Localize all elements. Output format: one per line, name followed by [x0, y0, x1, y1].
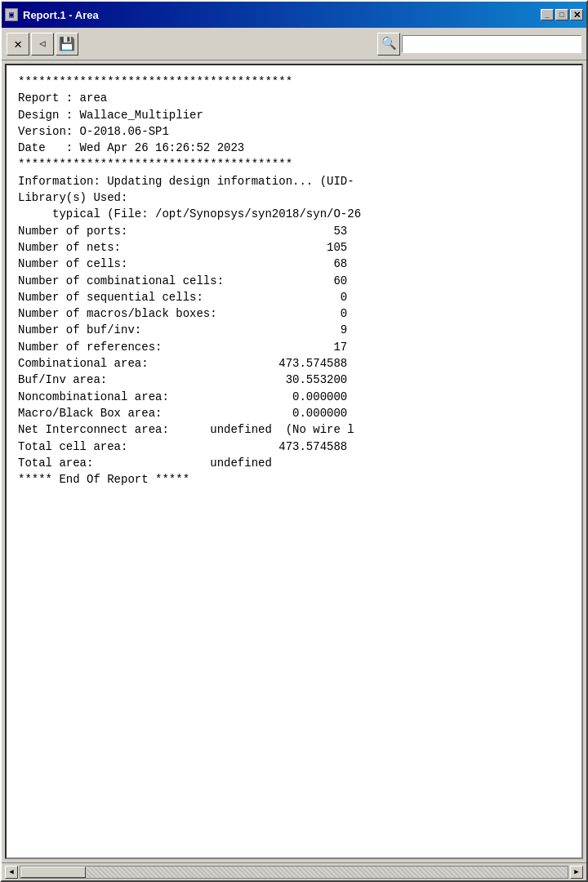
- status-bar: ◀ ▶: [2, 862, 586, 880]
- search-button[interactable]: 🔍: [377, 33, 400, 56]
- search-input[interactable]: [402, 35, 581, 53]
- window-icon: ▣: [5, 8, 18, 21]
- back-icon: ◁: [39, 38, 45, 50]
- maximize-button[interactable]: □: [555, 9, 568, 20]
- horizontal-scrollbar-track[interactable]: [20, 866, 568, 879]
- scroll-right-button[interactable]: ▶: [570, 866, 583, 879]
- save-icon: 💾: [59, 36, 75, 52]
- report-content: ****************************************…: [5, 64, 583, 859]
- title-bar: ▣ Report.1 - Area _ □ ✕: [2, 2, 586, 28]
- minimize-button[interactable]: _: [541, 9, 554, 20]
- horizontal-scrollbar-thumb[interactable]: [20, 866, 86, 878]
- save-button[interactable]: 💾: [56, 33, 78, 56]
- search-icon: 🔍: [381, 36, 397, 51]
- close-toolbar-button[interactable]: ✕: [7, 33, 29, 56]
- back-button[interactable]: ◁: [31, 33, 54, 56]
- main-window: ▣ Report.1 - Area _ □ ✕ ✕ ◁ 💾 🔍 ********…: [0, 0, 588, 882]
- window-controls: _ □ ✕: [541, 9, 583, 20]
- close-icon: ✕: [14, 36, 22, 52]
- report-text: ****************************************…: [18, 74, 570, 488]
- close-button[interactable]: ✕: [570, 9, 583, 20]
- scroll-left-button[interactable]: ◀: [5, 866, 18, 879]
- toolbar: ✕ ◁ 💾 🔍: [2, 28, 586, 60]
- window-title: Report.1 - Area: [23, 9, 541, 21]
